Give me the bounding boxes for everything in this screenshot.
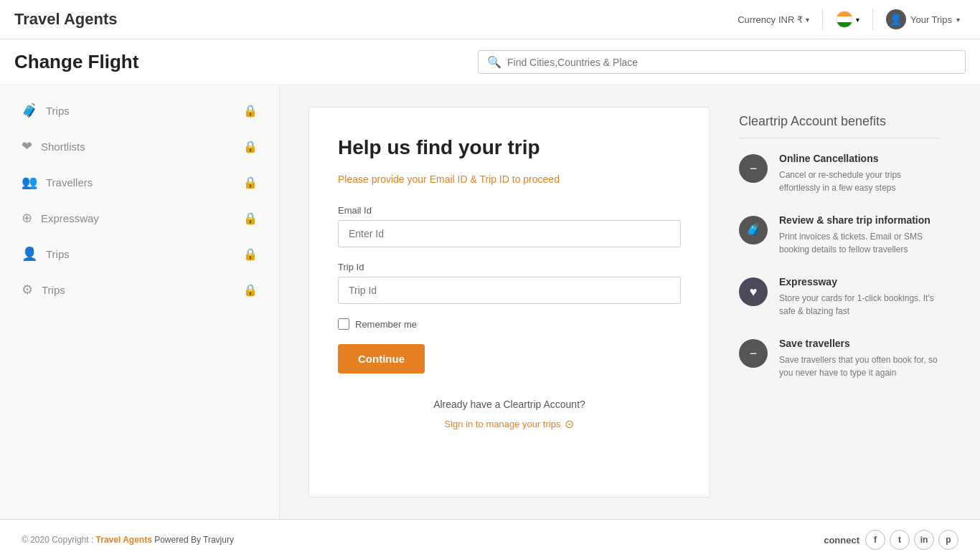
user-icon: 👤	[886, 9, 906, 29]
lock-icon: 🔒	[243, 283, 258, 297]
sidebar-item-label: Trips	[42, 284, 65, 296]
sidebar-item-travellers[interactable]: 👥 Travellers 🔒	[0, 164, 279, 200]
sign-in-text: Sign in to manage your trips	[445, 419, 561, 429]
arrow-circle-right-icon: ⊙	[565, 417, 574, 431]
sidebar-item-label: Travellers	[46, 176, 93, 189]
remember-row: Remember me	[338, 318, 681, 330]
sidebar-item-expressway[interactable]: ⊕ Expressway 🔒	[0, 200, 279, 236]
sidebar-item-left: ❤ Shortlists	[22, 138, 85, 154]
search-bar[interactable]: 🔍	[478, 50, 966, 74]
sidebar-icon: ❤	[22, 138, 32, 154]
sidebar-item-label: Trips	[46, 248, 70, 260]
sub-header: Change Flight 🔍	[0, 39, 980, 85]
sidebar-item-trips-3[interactable]: ⚙ Trips 🔒	[0, 272, 279, 308]
currency-button[interactable]: Currency INR ₹ ▾	[732, 11, 815, 28]
header-divider-2	[872, 9, 873, 30]
sidebar: 🧳 Trips 🔒 ❤ Shortlists 🔒 👥 Travellers 🔒 …	[0, 85, 280, 519]
lock-icon: 🔒	[243, 247, 258, 261]
email-label: Email Id	[338, 205, 681, 216]
benefit-name: Save travellers	[779, 338, 940, 349]
currency-value: INR ₹	[778, 14, 803, 25]
benefit-text: Expressway Store your cards for 1-click …	[779, 276, 940, 318]
benefits-section: Cleartrip Account benefits − Online Canc…	[739, 107, 940, 498]
benefit-name: Expressway	[779, 276, 940, 287]
continue-button[interactable]: Continue	[338, 344, 425, 373]
lock-icon: 🔒	[243, 176, 258, 189]
lock-icon: 🔒	[243, 104, 258, 118]
benefit-icon: 🧳	[739, 216, 768, 244]
trip-id-label: Trip Id	[338, 262, 681, 272]
sign-in-link[interactable]: Sign in to manage your trips ⊙	[338, 417, 681, 431]
email-input[interactable]	[338, 220, 681, 247]
search-input[interactable]	[507, 57, 956, 68]
sidebar-item-trips-2[interactable]: 👤 Trips 🔒	[0, 236, 279, 272]
chevron-down-icon: ▾	[956, 16, 960, 24]
form-subtitle: Please provide your Email ID & Trip ID t…	[338, 173, 681, 185]
form-section: Help us find your trip Please provide yo…	[308, 107, 710, 498]
form-title: Help us find your trip	[338, 136, 681, 159]
main-content: Help us find your trip Please provide yo…	[280, 85, 980, 519]
main-layout: 🧳 Trips 🔒 ❤ Shortlists 🔒 👥 Travellers 🔒 …	[0, 85, 980, 519]
benefit-item-online-cancellations: − Online Cancellations Cancel or re-sche…	[739, 153, 940, 194]
social-button-pinterest[interactable]: p	[938, 530, 958, 550]
lock-icon: 🔒	[243, 211, 258, 225]
benefit-name: Review & share trip information	[779, 214, 940, 226]
lock-icon: 🔒	[243, 140, 258, 153]
sidebar-item-label: Expressway	[41, 212, 99, 224]
benefit-text: Online Cancellations Cancel or re-schedu…	[779, 153, 940, 194]
social-button-twitter[interactable]: t	[890, 530, 910, 550]
sidebar-icon: 👤	[22, 246, 37, 262]
sidebar-icon: 👥	[22, 174, 37, 190]
chevron-down-icon: ▾	[856, 16, 859, 24]
benefit-description: Cancel or re-schedule your trips effortl…	[779, 168, 940, 194]
header-divider	[822, 9, 823, 30]
remember-me-label: Remember me	[355, 319, 417, 330]
benefit-icon: −	[739, 339, 768, 368]
sidebar-item-left: 🧳 Trips	[22, 103, 70, 118]
sidebar-item-left: 👥 Travellers	[22, 174, 93, 190]
page-title: Change Flight	[14, 51, 138, 73]
benefit-description: Print invoices & tickets. Email or SMS b…	[779, 230, 940, 256]
benefit-icon: −	[739, 154, 768, 183]
benefit-description: Store your cards for 1-click bookings. I…	[779, 292, 940, 318]
currency-label: Currency	[738, 14, 776, 25]
footer-brand-link[interactable]: Travel Agents	[96, 535, 152, 545]
benefits-title: Cleartrip Account benefits	[739, 114, 940, 138]
benefit-item-expressway: ♥ Expressway Store your cards for 1-clic…	[739, 276, 940, 318]
sidebar-icon: ⊕	[22, 210, 32, 226]
your-trips-button[interactable]: 👤 Your Trips ▾	[880, 6, 966, 32]
already-account-text: Already have a Cleartrip Account? Sign i…	[338, 399, 681, 431]
your-trips-label: Your Trips	[910, 14, 952, 25]
sidebar-item-trips-1[interactable]: 🧳 Trips 🔒	[0, 92, 279, 128]
sidebar-icon: ⚙	[22, 282, 33, 298]
social-button-linkedin[interactable]: in	[914, 530, 934, 550]
benefits-list: − Online Cancellations Cancel or re-sche…	[739, 153, 940, 379]
social-button-facebook[interactable]: f	[865, 530, 885, 550]
sidebar-item-label: Trips	[46, 105, 70, 117]
sidebar-item-left: 👤 Trips	[22, 246, 70, 262]
country-flag-button[interactable]: ▾	[830, 8, 865, 31]
sidebar-item-label: Shortlists	[41, 141, 85, 153]
footer-left: © 2020 Copyright : Travel Agents Powered…	[22, 535, 234, 545]
footer: © 2020 Copyright : Travel Agents Powered…	[0, 519, 980, 552]
sidebar-item-shortlists[interactable]: ❤ Shortlists 🔒	[0, 128, 279, 164]
trip-id-input[interactable]	[338, 277, 681, 304]
footer-copyright: © 2020 Copyright :	[22, 535, 93, 545]
header: Travel Agents Currency INR ₹ ▾ ▾ 👤 Your …	[0, 0, 980, 39]
chevron-down-icon: ▾	[806, 16, 809, 24]
benefit-text: Save travellers Save travellers that you…	[779, 338, 940, 379]
app-logo: Travel Agents	[14, 10, 117, 29]
social-buttons: ftinp	[865, 530, 958, 550]
sidebar-item-left: ⊕ Expressway	[22, 210, 99, 226]
benefit-text: Review & share trip information Print in…	[779, 214, 940, 256]
footer-right: connect ftinp	[824, 530, 958, 550]
benefit-icon: ♥	[739, 277, 768, 306]
remember-me-checkbox[interactable]	[338, 318, 349, 330]
footer-powered: Powered By Travjury	[154, 535, 234, 545]
connect-label: connect	[824, 535, 859, 546]
benefit-item-save-travellers: − Save travellers Save travellers that y…	[739, 338, 940, 379]
sidebar-icon: 🧳	[22, 103, 37, 118]
india-flag-icon	[836, 11, 853, 28]
benefit-item-review-share: 🧳 Review & share trip information Print …	[739, 214, 940, 256]
search-icon: 🔍	[487, 55, 501, 69]
